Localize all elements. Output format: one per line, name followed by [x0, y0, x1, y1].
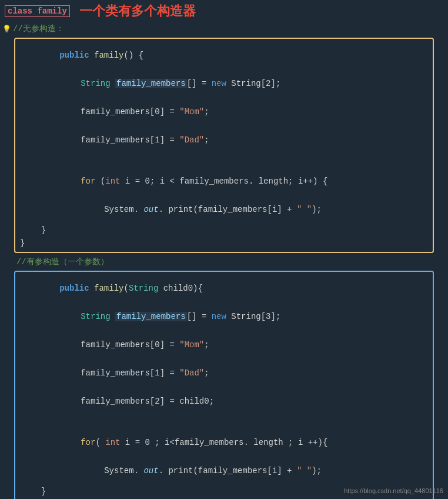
no-param-inline-comment: //无参构造：	[13, 24, 64, 34]
line-content: String family_members[] = new String[2];	[39, 69, 430, 98]
code-line: family_members[0] = "Mom";	[15, 98, 433, 126]
code-line: family_members[0] = "Mom";	[15, 331, 433, 359]
code-line: for (int i = 0; i < family_members. leng…	[15, 167, 433, 195]
no-param-box: public family() { String family_members[…	[14, 38, 434, 253]
method-name: family	[94, 51, 123, 60]
code-line: public family() {	[15, 41, 433, 69]
page-title: 一个类有多个构造器	[79, 2, 196, 20]
code-line: System. out. print(family_members[i] + "…	[15, 195, 433, 224]
code-line-empty	[15, 154, 433, 167]
one-param-box: public family(String child0){ String fam…	[14, 271, 434, 499]
code-line: family_members[2] = child0;	[15, 387, 433, 415]
code-line: String family_members[] = new String[2];	[15, 69, 433, 98]
line-content: public family() {	[18, 41, 430, 69]
code-line: family_members[1] = "Dad";	[15, 126, 433, 154]
code-line: String family_members[] = new String[3];	[15, 302, 433, 331]
code-line: }	[15, 237, 433, 250]
code-line: }	[15, 224, 433, 237]
var-family-members: family_members	[115, 79, 187, 88]
lightbulb-icon: 💡	[2, 25, 13, 34]
keyword-string: String	[81, 79, 110, 88]
code-line: System. out. print(family_members[i] + "…	[15, 457, 433, 485]
watermark: https://blog.csdn.net/qq_44801116	[344, 487, 443, 494]
code-line: family_members[1] = "Dad";	[15, 359, 433, 387]
title-bar: class family 一个类有多个构造器	[0, 0, 448, 22]
code-line-empty	[15, 415, 433, 428]
code-line: public family(String child0){	[15, 274, 433, 302]
lightbulb-line: 💡 //无参构造：	[0, 22, 448, 35]
class-keyword-tag: class family	[5, 5, 70, 17]
code-line: for( int i = 0 ; i<family_members. lengt…	[15, 428, 433, 457]
keyword-public: public	[59, 51, 89, 60]
one-param-comment: //有参构造（一个参数）	[0, 255, 448, 268]
editor-area: class family 一个类有多个构造器 💡 //无参构造： public …	[0, 0, 448, 499]
